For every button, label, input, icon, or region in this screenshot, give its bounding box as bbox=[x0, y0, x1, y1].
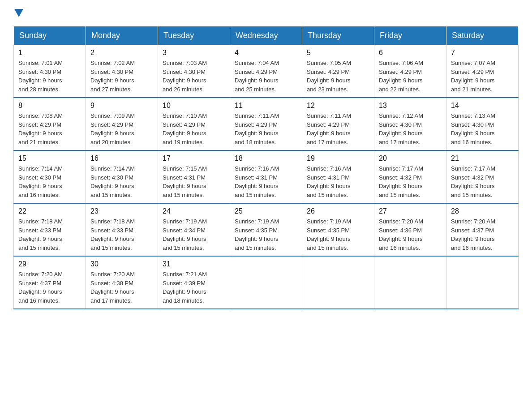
calendar-cell: 28 Sunrise: 7:20 AMSunset: 4:37 PMDaylig… bbox=[446, 203, 519, 256]
day-info: Sunrise: 7:13 AMSunset: 4:30 PMDaylight:… bbox=[451, 112, 495, 146]
day-number: 13 bbox=[379, 102, 442, 110]
calendar-cell: 4 Sunrise: 7:04 AMSunset: 4:29 PMDayligh… bbox=[230, 45, 302, 98]
day-number: 27 bbox=[379, 207, 442, 215]
day-number: 8 bbox=[18, 102, 81, 110]
day-info: Sunrise: 7:19 AMSunset: 4:34 PMDaylight:… bbox=[163, 218, 207, 251]
calendar-week-5: 29 Sunrise: 7:20 AMSunset: 4:37 PMDaylig… bbox=[14, 256, 519, 309]
day-header-tuesday: Tuesday bbox=[158, 26, 230, 45]
day-info: Sunrise: 7:17 AMSunset: 4:32 PMDaylight:… bbox=[379, 165, 423, 198]
calendar-body: 1 Sunrise: 7:01 AMSunset: 4:30 PMDayligh… bbox=[14, 45, 519, 309]
calendar-cell: 18 Sunrise: 7:16 AMSunset: 4:31 PMDaylig… bbox=[230, 150, 302, 203]
calendar-cell bbox=[374, 256, 446, 309]
day-info: Sunrise: 7:21 AMSunset: 4:39 PMDaylight:… bbox=[163, 271, 207, 304]
calendar-cell: 12 Sunrise: 7:11 AMSunset: 4:29 PMDaylig… bbox=[302, 98, 374, 150]
day-info: Sunrise: 7:19 AMSunset: 4:35 PMDaylight:… bbox=[235, 218, 279, 251]
day-info: Sunrise: 7:09 AMSunset: 4:29 PMDaylight:… bbox=[90, 112, 135, 146]
day-number: 31 bbox=[163, 260, 225, 268]
day-header-sunday: Sunday bbox=[14, 26, 86, 45]
day-number: 16 bbox=[90, 154, 153, 163]
calendar-cell: 9 Sunrise: 7:09 AMSunset: 4:29 PMDayligh… bbox=[86, 98, 158, 150]
calendar-cell: 13 Sunrise: 7:12 AMSunset: 4:30 PMDaylig… bbox=[374, 98, 446, 150]
day-info: Sunrise: 7:18 AMSunset: 4:33 PMDaylight:… bbox=[18, 218, 63, 251]
calendar-cell bbox=[230, 256, 302, 309]
day-info: Sunrise: 7:16 AMSunset: 4:31 PMDaylight:… bbox=[307, 165, 351, 198]
calendar-cell: 22 Sunrise: 7:18 AMSunset: 4:33 PMDaylig… bbox=[14, 203, 86, 256]
day-header-saturday: Saturday bbox=[446, 26, 519, 45]
day-number: 25 bbox=[235, 207, 297, 215]
day-number: 19 bbox=[307, 154, 369, 163]
calendar-cell: 14 Sunrise: 7:13 AMSunset: 4:30 PMDaylig… bbox=[446, 98, 519, 150]
day-header-thursday: Thursday bbox=[302, 26, 374, 45]
logo-text bbox=[13, 9, 24, 17]
day-info: Sunrise: 7:20 AMSunset: 4:36 PMDaylight:… bbox=[379, 218, 423, 251]
calendar-cell: 24 Sunrise: 7:19 AMSunset: 4:34 PMDaylig… bbox=[158, 203, 230, 256]
day-info: Sunrise: 7:19 AMSunset: 4:35 PMDaylight:… bbox=[307, 218, 351, 251]
day-info: Sunrise: 7:04 AMSunset: 4:29 PMDaylight:… bbox=[235, 60, 279, 93]
day-number: 11 bbox=[235, 102, 297, 110]
day-info: Sunrise: 7:11 AMSunset: 4:29 PMDaylight:… bbox=[235, 112, 279, 146]
calendar-cell bbox=[446, 256, 519, 309]
calendar-cell: 21 Sunrise: 7:17 AMSunset: 4:32 PMDaylig… bbox=[446, 150, 519, 203]
day-number: 3 bbox=[163, 49, 225, 57]
calendar-week-4: 22 Sunrise: 7:18 AMSunset: 4:33 PMDaylig… bbox=[14, 203, 519, 256]
calendar-cell: 16 Sunrise: 7:14 AMSunset: 4:30 PMDaylig… bbox=[86, 150, 158, 203]
day-header-monday: Monday bbox=[86, 26, 158, 45]
calendar-cell: 6 Sunrise: 7:06 AMSunset: 4:29 PMDayligh… bbox=[374, 45, 446, 98]
day-number: 9 bbox=[90, 102, 153, 110]
calendar-cell: 11 Sunrise: 7:11 AMSunset: 4:29 PMDaylig… bbox=[230, 98, 302, 150]
calendar-cell: 20 Sunrise: 7:17 AMSunset: 4:32 PMDaylig… bbox=[374, 150, 446, 203]
day-number: 28 bbox=[451, 207, 514, 215]
calendar-cell: 5 Sunrise: 7:05 AMSunset: 4:29 PMDayligh… bbox=[302, 45, 374, 98]
day-number: 26 bbox=[307, 207, 369, 215]
day-info: Sunrise: 7:02 AMSunset: 4:30 PMDaylight:… bbox=[90, 60, 135, 93]
day-info: Sunrise: 7:20 AMSunset: 4:37 PMDaylight:… bbox=[18, 271, 63, 304]
day-number: 5 bbox=[307, 49, 369, 57]
day-number: 21 bbox=[451, 154, 514, 163]
calendar-cell: 27 Sunrise: 7:20 AMSunset: 4:36 PMDaylig… bbox=[374, 203, 446, 256]
day-number: 20 bbox=[379, 154, 442, 163]
calendar-cell: 7 Sunrise: 7:07 AMSunset: 4:29 PMDayligh… bbox=[446, 45, 519, 98]
day-number: 2 bbox=[90, 49, 153, 57]
calendar-cell: 15 Sunrise: 7:14 AMSunset: 4:30 PMDaylig… bbox=[14, 150, 86, 203]
calendar-cell: 19 Sunrise: 7:16 AMSunset: 4:31 PMDaylig… bbox=[302, 150, 374, 203]
day-number: 7 bbox=[451, 49, 514, 57]
day-info: Sunrise: 7:18 AMSunset: 4:33 PMDaylight:… bbox=[90, 218, 135, 251]
calendar-cell: 26 Sunrise: 7:19 AMSunset: 4:35 PMDaylig… bbox=[302, 203, 374, 256]
day-info: Sunrise: 7:08 AMSunset: 4:29 PMDaylight:… bbox=[18, 112, 63, 146]
day-number: 1 bbox=[18, 49, 81, 57]
calendar-cell: 8 Sunrise: 7:08 AMSunset: 4:29 PMDayligh… bbox=[14, 98, 86, 150]
day-info: Sunrise: 7:16 AMSunset: 4:31 PMDaylight:… bbox=[235, 165, 279, 198]
calendar-cell: 1 Sunrise: 7:01 AMSunset: 4:30 PMDayligh… bbox=[14, 45, 86, 98]
day-number: 10 bbox=[163, 102, 225, 110]
day-number: 15 bbox=[18, 154, 81, 163]
calendar-cell bbox=[302, 256, 374, 309]
calendar-week-2: 8 Sunrise: 7:08 AMSunset: 4:29 PMDayligh… bbox=[14, 98, 519, 150]
day-info: Sunrise: 7:12 AMSunset: 4:30 PMDaylight:… bbox=[379, 112, 423, 146]
day-info: Sunrise: 7:11 AMSunset: 4:29 PMDaylight:… bbox=[307, 112, 351, 146]
calendar-header: SundayMondayTuesdayWednesdayThursdayFrid… bbox=[14, 26, 519, 45]
calendar-cell: 30 Sunrise: 7:20 AMSunset: 4:38 PMDaylig… bbox=[86, 256, 158, 309]
logo bbox=[13, 9, 24, 17]
day-header-friday: Friday bbox=[374, 26, 446, 45]
day-number: 12 bbox=[307, 102, 369, 110]
calendar-week-1: 1 Sunrise: 7:01 AMSunset: 4:30 PMDayligh… bbox=[14, 45, 519, 98]
day-number: 30 bbox=[90, 260, 153, 268]
logo-triangle-icon bbox=[14, 9, 23, 17]
day-info: Sunrise: 7:20 AMSunset: 4:37 PMDaylight:… bbox=[451, 218, 495, 251]
day-number: 24 bbox=[163, 207, 225, 215]
day-info: Sunrise: 7:10 AMSunset: 4:29 PMDaylight:… bbox=[163, 112, 207, 146]
day-info: Sunrise: 7:20 AMSunset: 4:38 PMDaylight:… bbox=[90, 271, 135, 304]
day-info: Sunrise: 7:05 AMSunset: 4:29 PMDaylight:… bbox=[307, 60, 351, 93]
day-number: 6 bbox=[379, 49, 442, 57]
page-header bbox=[13, 9, 519, 17]
day-number: 22 bbox=[18, 207, 81, 215]
day-number: 23 bbox=[90, 207, 153, 215]
day-header-wednesday: Wednesday bbox=[230, 26, 302, 45]
day-number: 17 bbox=[163, 154, 225, 163]
day-number: 18 bbox=[235, 154, 297, 163]
calendar-cell: 10 Sunrise: 7:10 AMSunset: 4:29 PMDaylig… bbox=[158, 98, 230, 150]
calendar-cell: 31 Sunrise: 7:21 AMSunset: 4:39 PMDaylig… bbox=[158, 256, 230, 309]
calendar-cell: 3 Sunrise: 7:03 AMSunset: 4:30 PMDayligh… bbox=[158, 45, 230, 98]
day-info: Sunrise: 7:07 AMSunset: 4:29 PMDaylight:… bbox=[451, 60, 495, 93]
day-number: 29 bbox=[18, 260, 81, 268]
